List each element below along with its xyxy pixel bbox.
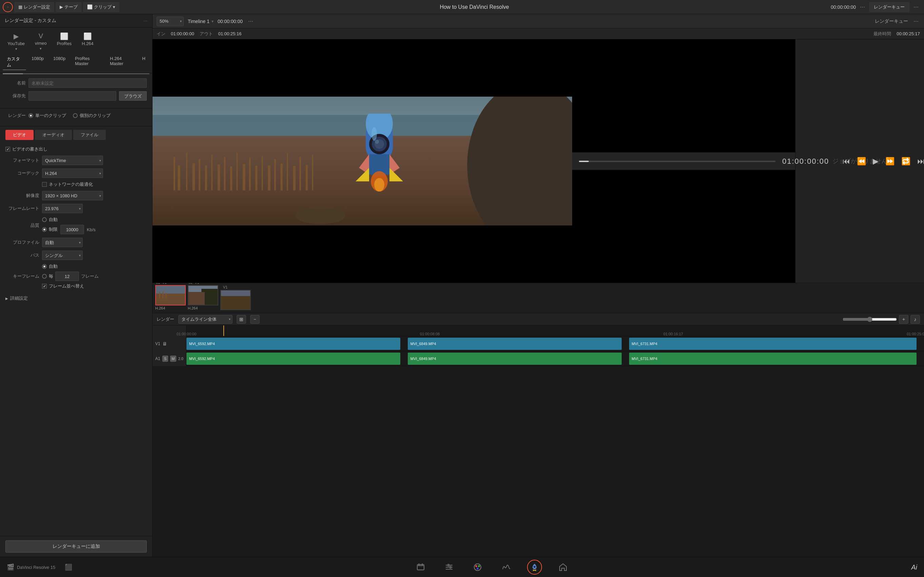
clip-btn[interactable]: ⬜ クリップ ▾ <box>83 2 119 12</box>
step-back-btn[interactable]: ⏪ <box>853 157 869 166</box>
davinci-icon: 🎬 <box>7 563 14 571</box>
tl-list-btn[interactable]: ⊞ <box>237 315 246 324</box>
progress-bar-wrapper[interactable] <box>579 161 782 162</box>
keyframe-reorder-label[interactable]: ✓ フレーム並べ替え <box>42 283 99 289</box>
play-to-end-btn[interactable]: ⏭ <box>914 157 924 166</box>
quality-auto-label[interactable]: 自動 <box>42 217 96 223</box>
tab-file[interactable]: ファイル <box>73 130 106 140</box>
media-icon[interactable] <box>413 560 428 575</box>
keyframe-every-label[interactable]: 毎 <box>42 273 53 279</box>
top-dots-btn[interactable]: ··· <box>859 3 866 11</box>
label-custom[interactable]: カスタム <box>3 55 26 70</box>
thumb-img-0[interactable] <box>155 285 186 305</box>
label-1080p-vm[interactable]: 1080p <box>49 55 69 70</box>
svg-point-63 <box>478 565 480 567</box>
pass-select[interactable]: シングル <box>42 251 83 260</box>
step-forward-btn[interactable]: ⏩ <box>882 157 898 166</box>
label-1080p-yt[interactable]: 1080p <box>27 55 48 70</box>
thumb-img-1[interactable] <box>188 285 218 305</box>
profile-select[interactable]: 自動 <box>42 238 83 247</box>
solo-btn[interactable]: S <box>163 356 169 362</box>
network-optimize-checkbox[interactable]: ネットワークの最適化 <box>42 181 93 187</box>
progress-bar <box>579 161 776 162</box>
network-row: ネットワークの最適化 <box>42 181 147 187</box>
ai-label[interactable]: Ai <box>911 563 917 571</box>
home-icon[interactable] <box>555 560 570 575</box>
svg-rect-45 <box>159 292 160 298</box>
timeline-scope-wrapper: タイムライン全体 ▾ <box>178 315 232 324</box>
mute-btn[interactable]: M <box>170 356 176 362</box>
zoom-slider[interactable] <box>843 317 897 322</box>
label-h264-master[interactable]: H.264 Master <box>106 55 137 70</box>
detail-settings-toggle[interactable]: ▶ 詳細設定 <box>5 293 147 304</box>
track-clip-a1-2[interactable]: MVI_6731.MP4 <box>629 353 917 365</box>
svg-rect-25 <box>293 166 296 190</box>
deliver-icon[interactable] <box>527 560 542 575</box>
format-select[interactable]: QuickTime <box>42 156 103 165</box>
quality-value-input[interactable] <box>60 225 84 234</box>
keyframe-auto-label[interactable]: 自動 <box>42 263 99 269</box>
profile-label: プロファイル <box>5 239 39 245</box>
preset-tab-youtube[interactable]: ▶ YouTube ▾ <box>3 30 29 53</box>
track-clip-v1-0[interactable]: MVI_6592.MP4 <box>187 338 400 350</box>
render-queue-dots[interactable]: ··· <box>912 3 920 11</box>
thumb-v1-1: V1 <box>195 283 199 284</box>
preset-tab-h264[interactable]: ⬜ H.264 <box>77 30 98 53</box>
svg-rect-46 <box>163 292 163 299</box>
track-clip-a1-0[interactable]: MVI_6592.MP4 <box>187 353 400 365</box>
render-settings-btn[interactable]: ▦ レンダー設定 <box>14 2 54 12</box>
timeline-scope-select[interactable]: タイムライン全体 <box>178 315 232 324</box>
marker-0: 01:00:00:00 <box>177 332 196 336</box>
play-btn[interactable]: ▶ <box>869 157 882 166</box>
svg-point-62 <box>475 565 477 567</box>
color-icon[interactable] <box>470 560 485 575</box>
add-queue-button[interactable]: レンダーキューに追加 <box>5 540 147 553</box>
play-to-start-btn[interactable]: ⏮ <box>839 157 853 166</box>
edit-icon[interactable] <box>442 560 457 575</box>
track-clip-v1-1[interactable]: MVI_6849.MP4 <box>408 338 621 350</box>
video-export-checkbox[interactable]: ✓ ビデオの書き出し <box>5 146 47 152</box>
tab-audio[interactable]: オーディオ <box>35 130 72 140</box>
thumb-img-2[interactable] <box>221 290 251 310</box>
render-queue-right-dots[interactable]: ··· <box>912 18 920 25</box>
browse-button[interactable]: ブラウズ <box>119 91 147 101</box>
main-content: レンダー設定 - カスタム ··· ▶ YouTube ▾ V vimeo ▾ … <box>0 14 924 557</box>
preset-tab-vimeo[interactable]: V vimeo ▾ <box>30 30 52 53</box>
resolution-select[interactable]: 1920 × 1080 HD <box>42 191 103 200</box>
tape-btn[interactable]: ▶ テープ <box>56 2 82 12</box>
framerate-select[interactable]: 23.976 <box>42 204 83 213</box>
label-h[interactable]: H <box>138 55 150 70</box>
tl-plus-btn[interactable]: ＋ <box>899 315 908 324</box>
loop-btn[interactable]: 🔁 <box>898 157 914 166</box>
tl-minus-btn[interactable]: － <box>250 315 260 324</box>
svg-rect-23 <box>268 165 270 190</box>
playback-timecode: 01:00:00:00 <box>782 157 839 166</box>
thumb-scene-1 <box>188 285 217 305</box>
label-prores-master[interactable]: ProRes Master <box>71 55 105 70</box>
track-clip-a1-1[interactable]: MVI_6849.MP4 <box>408 353 621 365</box>
fairlight-icon[interactable] <box>499 560 514 575</box>
preset-tab-prores[interactable]: ⬜ ProRes <box>52 30 76 53</box>
zoom-select[interactable]: 50% <box>156 17 184 26</box>
codec-select[interactable]: H.264 <box>42 169 103 178</box>
app-logo[interactable]: ○ <box>3 2 13 12</box>
render-queue-label[interactable]: レンダーキュー <box>869 2 910 12</box>
out-value: 01:00:25:16 <box>218 31 241 36</box>
marker-1: 01:00:08:08 <box>420 332 439 336</box>
name-input[interactable] <box>29 78 147 88</box>
format-select-wrapper: QuickTime ▾ <box>42 156 103 165</box>
quality-limit-label[interactable]: 制限 <box>42 226 58 232</box>
resolution-row: 解像度 1920 × 1080 HD ▾ <box>5 191 147 200</box>
save-path-input[interactable] <box>29 91 116 101</box>
tab-video[interactable]: ビデオ <box>5 130 34 140</box>
track-clip-v1-2[interactable]: MVI_6731.MP4 <box>629 338 917 350</box>
radio-individual-dot <box>73 113 77 118</box>
timeline-dots[interactable]: ··· <box>247 18 254 25</box>
radio-individual[interactable]: 個別のクリップ <box>73 113 111 119</box>
tl-music-btn[interactable]: ♪ <box>910 315 920 324</box>
keyframe-frames-input[interactable] <box>55 272 79 281</box>
svg-rect-11 <box>262 156 263 190</box>
quality-options: 自動 制限 Kb/s <box>42 217 96 234</box>
svg-rect-17 <box>193 163 195 190</box>
radio-single[interactable]: 単一のクリップ <box>29 113 66 119</box>
